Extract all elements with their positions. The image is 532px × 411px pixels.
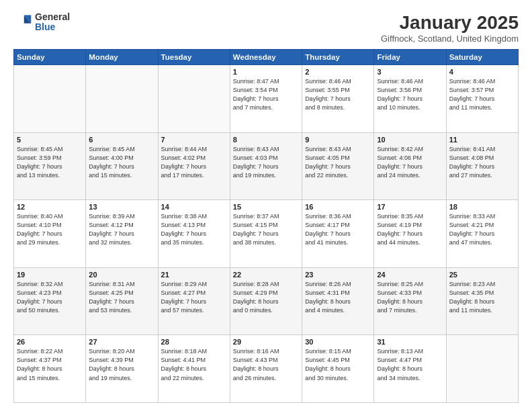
calendar-cell: 12Sunrise: 8:40 AM Sunset: 4:10 PM Dayli… <box>14 200 86 268</box>
calendar-cell: 31Sunrise: 8:13 AM Sunset: 4:47 PM Dayli… <box>374 335 446 403</box>
day-number: 15 <box>233 203 299 211</box>
calendar-cell: 13Sunrise: 8:39 AM Sunset: 4:12 PM Dayli… <box>86 200 158 268</box>
day-info: Sunrise: 8:25 AM Sunset: 4:33 PM Dayligh… <box>377 280 443 315</box>
calendar-table: Sunday Monday Tuesday Wednesday Thursday… <box>13 49 519 403</box>
day-number: 6 <box>89 136 154 144</box>
calendar-cell: 4Sunrise: 8:46 AM Sunset: 3:57 PM Daylig… <box>446 65 518 133</box>
day-number: 13 <box>89 203 154 211</box>
day-info: Sunrise: 8:31 AM Sunset: 4:25 PM Dayligh… <box>89 280 154 315</box>
day-number: 31 <box>377 338 443 346</box>
calendar-cell: 15Sunrise: 8:37 AM Sunset: 4:15 PM Dayli… <box>230 200 302 268</box>
calendar-cell <box>14 65 86 133</box>
day-info: Sunrise: 8:22 AM Sunset: 4:37 PM Dayligh… <box>17 347 83 382</box>
day-number: 4 <box>449 68 515 76</box>
day-number: 22 <box>233 271 299 279</box>
day-info: Sunrise: 8:32 AM Sunset: 4:23 PM Dayligh… <box>17 280 83 315</box>
day-info: Sunrise: 8:26 AM Sunset: 4:31 PM Dayligh… <box>305 280 371 315</box>
day-number: 19 <box>17 271 83 279</box>
calendar-cell: 27Sunrise: 8:20 AM Sunset: 4:39 PM Dayli… <box>86 335 158 403</box>
calendar-week-3: 12Sunrise: 8:40 AM Sunset: 4:10 PM Dayli… <box>14 200 519 268</box>
day-info: Sunrise: 8:40 AM Sunset: 4:10 PM Dayligh… <box>17 212 83 247</box>
logo-general: General <box>35 12 70 22</box>
col-wednesday: Wednesday <box>230 50 302 65</box>
calendar-cell: 2Sunrise: 8:46 AM Sunset: 3:55 PM Daylig… <box>302 65 374 133</box>
title-block: January 2025 Giffnock, Scotland, United … <box>381 12 519 44</box>
calendar-cell: 10Sunrise: 8:42 AM Sunset: 4:06 PM Dayli… <box>374 132 446 200</box>
day-number: 23 <box>305 271 371 279</box>
day-info: Sunrise: 8:43 AM Sunset: 4:05 PM Dayligh… <box>305 145 371 180</box>
calendar-cell: 20Sunrise: 8:31 AM Sunset: 4:25 PM Dayli… <box>86 267 158 335</box>
day-info: Sunrise: 8:45 AM Sunset: 4:00 PM Dayligh… <box>89 145 154 180</box>
day-number: 8 <box>233 136 299 144</box>
day-number: 11 <box>449 136 515 144</box>
day-number: 14 <box>161 203 227 211</box>
day-info: Sunrise: 8:28 AM Sunset: 4:29 PM Dayligh… <box>233 280 299 315</box>
calendar-cell: 5Sunrise: 8:45 AM Sunset: 3:59 PM Daylig… <box>14 132 86 200</box>
col-thursday: Thursday <box>302 50 374 65</box>
day-number: 2 <box>305 68 371 76</box>
day-number: 10 <box>377 136 443 144</box>
calendar-cell: 16Sunrise: 8:36 AM Sunset: 4:17 PM Dayli… <box>302 200 374 268</box>
calendar-cell: 24Sunrise: 8:25 AM Sunset: 4:33 PM Dayli… <box>374 267 446 335</box>
day-number: 20 <box>89 271 154 279</box>
subtitle: Giffnock, Scotland, United Kingdom <box>381 34 519 44</box>
day-number: 5 <box>17 136 83 144</box>
day-info: Sunrise: 8:43 AM Sunset: 4:03 PM Dayligh… <box>233 145 299 180</box>
calendar-cell: 1Sunrise: 8:47 AM Sunset: 3:54 PM Daylig… <box>230 65 302 133</box>
day-number: 18 <box>449 203 515 211</box>
calendar-cell: 14Sunrise: 8:38 AM Sunset: 4:13 PM Dayli… <box>158 200 230 268</box>
calendar-cell: 25Sunrise: 8:23 AM Sunset: 4:35 PM Dayli… <box>446 267 518 335</box>
day-info: Sunrise: 8:23 AM Sunset: 4:35 PM Dayligh… <box>449 280 515 315</box>
day-number: 30 <box>305 338 371 346</box>
day-number: 3 <box>377 68 443 76</box>
calendar-cell: 6Sunrise: 8:45 AM Sunset: 4:00 PM Daylig… <box>86 132 158 200</box>
calendar-cell: 23Sunrise: 8:26 AM Sunset: 4:31 PM Dayli… <box>302 267 374 335</box>
calendar-cell: 9Sunrise: 8:43 AM Sunset: 4:05 PM Daylig… <box>302 132 374 200</box>
calendar-week-2: 5Sunrise: 8:45 AM Sunset: 3:59 PM Daylig… <box>14 132 519 200</box>
day-info: Sunrise: 8:44 AM Sunset: 4:02 PM Dayligh… <box>161 145 227 180</box>
day-info: Sunrise: 8:39 AM Sunset: 4:12 PM Dayligh… <box>89 212 154 247</box>
day-info: Sunrise: 8:41 AM Sunset: 4:08 PM Dayligh… <box>449 145 515 180</box>
calendar-cell: 7Sunrise: 8:44 AM Sunset: 4:02 PM Daylig… <box>158 132 230 200</box>
header: General Blue January 2025 Giffnock, Scot… <box>13 12 519 44</box>
calendar-cell: 22Sunrise: 8:28 AM Sunset: 4:29 PM Dayli… <box>230 267 302 335</box>
calendar-cell <box>86 65 158 133</box>
calendar-cell: 11Sunrise: 8:41 AM Sunset: 4:08 PM Dayli… <box>446 132 518 200</box>
logo-icon <box>13 13 32 32</box>
day-info: Sunrise: 8:16 AM Sunset: 4:43 PM Dayligh… <box>233 347 299 382</box>
calendar-cell: 8Sunrise: 8:43 AM Sunset: 4:03 PM Daylig… <box>230 132 302 200</box>
col-friday: Friday <box>374 50 446 65</box>
day-info: Sunrise: 8:45 AM Sunset: 3:59 PM Dayligh… <box>17 145 83 180</box>
calendar-cell: 29Sunrise: 8:16 AM Sunset: 4:43 PM Dayli… <box>230 335 302 403</box>
calendar-header-row: Sunday Monday Tuesday Wednesday Thursday… <box>14 50 519 65</box>
logo: General Blue <box>13 12 70 33</box>
day-number: 1 <box>233 68 299 76</box>
day-info: Sunrise: 8:46 AM Sunset: 3:57 PM Dayligh… <box>449 77 515 112</box>
day-info: Sunrise: 8:37 AM Sunset: 4:15 PM Dayligh… <box>233 212 299 247</box>
col-monday: Monday <box>86 50 158 65</box>
day-info: Sunrise: 8:15 AM Sunset: 4:45 PM Dayligh… <box>305 347 371 382</box>
calendar-cell: 19Sunrise: 8:32 AM Sunset: 4:23 PM Dayli… <box>14 267 86 335</box>
day-number: 24 <box>377 271 443 279</box>
day-number: 29 <box>233 338 299 346</box>
calendar-week-4: 19Sunrise: 8:32 AM Sunset: 4:23 PM Dayli… <box>14 267 519 335</box>
day-info: Sunrise: 8:33 AM Sunset: 4:21 PM Dayligh… <box>449 212 515 247</box>
calendar-week-1: 1Sunrise: 8:47 AM Sunset: 3:54 PM Daylig… <box>14 65 519 133</box>
day-number: 26 <box>17 338 83 346</box>
day-number: 21 <box>161 271 227 279</box>
day-info: Sunrise: 8:29 AM Sunset: 4:27 PM Dayligh… <box>161 280 227 315</box>
day-info: Sunrise: 8:47 AM Sunset: 3:54 PM Dayligh… <box>233 77 299 112</box>
calendar-cell: 18Sunrise: 8:33 AM Sunset: 4:21 PM Dayli… <box>446 200 518 268</box>
logo-text: General Blue <box>35 12 70 33</box>
calendar-cell: 17Sunrise: 8:35 AM Sunset: 4:19 PM Dayli… <box>374 200 446 268</box>
day-number: 27 <box>89 338 154 346</box>
col-saturday: Saturday <box>446 50 518 65</box>
logo-blue: Blue <box>35 22 70 32</box>
day-info: Sunrise: 8:13 AM Sunset: 4:47 PM Dayligh… <box>377 347 443 382</box>
calendar-cell: 28Sunrise: 8:18 AM Sunset: 4:41 PM Dayli… <box>158 335 230 403</box>
day-number: 16 <box>305 203 371 211</box>
day-number: 7 <box>161 136 227 144</box>
calendar-cell: 3Sunrise: 8:46 AM Sunset: 3:56 PM Daylig… <box>374 65 446 133</box>
day-number: 17 <box>377 203 443 211</box>
page: General Blue January 2025 Giffnock, Scot… <box>0 0 532 411</box>
